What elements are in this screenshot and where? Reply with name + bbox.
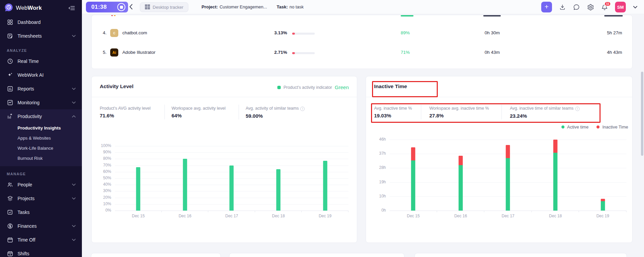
apps-websites-card: 4. c chatbot.com 3.13% 89% 0h 30m 5h 27m…	[91, 15, 633, 69]
back-chevron-icon[interactable]	[129, 4, 133, 11]
sidebar-item-time-off[interactable]: Time Off	[0, 233, 82, 247]
activity-level-chart: 0%10%20%30%40%50%60%70%80%90%100%Dec 15D…	[115, 146, 348, 211]
projects-icon	[7, 195, 13, 202]
info-icon[interactable]: i	[575, 107, 580, 111]
activity-indicator: Product's activity indicator Green	[277, 84, 349, 90]
stat-label: Workspace avg. activity level	[172, 106, 225, 111]
sidebar-item-timesheets[interactable]: Timesheets	[0, 29, 82, 43]
avatar[interactable]: SM	[615, 2, 626, 12]
sidebar-item-label: Finances	[18, 223, 37, 229]
stat-value: 64%	[172, 113, 225, 118]
vertical-scrollbar[interactable]	[641, 72, 643, 156]
indicator-value: Green	[335, 84, 349, 90]
chevron-down-icon	[72, 238, 76, 241]
chevron-down-icon[interactable]	[633, 6, 638, 9]
project-info[interactable]: Project:Customer Engagemen...	[202, 4, 267, 9]
sidebar-subitem-apps-websites[interactable]: Apps & Websites	[0, 133, 82, 143]
notification-badge: 11	[604, 1, 611, 6]
legend-active-time: Active time	[561, 124, 589, 130]
usage-progress-bar	[292, 52, 315, 54]
bell-icon[interactable]: 11	[601, 4, 608, 11]
stat-label: Workspace avg. inactive time %	[429, 106, 489, 111]
project-label: Project:	[202, 4, 218, 9]
sidebar-item-reports[interactable]: Reports	[0, 82, 82, 96]
sidebar-item-webwork-ai[interactable]: WebWork AI	[0, 68, 82, 82]
table-row[interactable]: 5. Ai Adobe Illustrator 2.71% 71% 0h 43m…	[92, 45, 632, 61]
sidebar-item-label: Projects	[18, 196, 35, 201]
task-label: Task:	[277, 4, 288, 9]
timesheets-icon	[7, 33, 13, 39]
sidebar-collapse-icon[interactable]	[68, 5, 75, 11]
total-time-value: 5h 27m	[582, 30, 622, 35]
divider	[239, 105, 239, 119]
sidebar-item-projects[interactable]: Projects	[0, 191, 82, 205]
card-stub	[229, 253, 404, 257]
green-dot-icon	[561, 125, 564, 128]
windows-icon	[145, 4, 150, 10]
add-button[interactable]: +	[541, 2, 552, 12]
sidebar-section-manage: MANAGE	[0, 166, 82, 178]
desktop-tracker-button[interactable]: Desktop tracker	[140, 2, 188, 12]
activity-level-card: Activity Level Product's activity indica…	[91, 76, 357, 243]
inactive-time-value: 0h 30m	[485, 30, 500, 35]
divider	[164, 105, 165, 119]
sidebar-item-shifts[interactable]: Shifts	[0, 247, 82, 257]
sidebar-item-monitoring[interactable]: Monitoring	[0, 96, 82, 109]
stat-value: 71.6%	[100, 113, 151, 118]
card-stub	[415, 253, 627, 257]
sidebar-item-label: Reports	[18, 86, 34, 91]
finances-icon	[7, 223, 13, 229]
usage-percent: 3.13%	[260, 30, 287, 35]
project-value: Customer Engagemen...	[219, 4, 267, 9]
sidebar-item-dashboard[interactable]: Dashboard	[0, 15, 82, 29]
sidebar-subitem-burnout-risk[interactable]: Burnout Risk	[0, 153, 82, 163]
inactive-time-chart: 0h10h19h28h37h46hDec 15Dec 16Dec 17Dec 1…	[390, 140, 626, 211]
productivity-icon	[7, 113, 13, 120]
sidebar-section-analyze: ANALYZE	[0, 43, 82, 54]
sidebar-item-productivity[interactable]: Productivity	[0, 109, 82, 123]
task-value: no task	[289, 4, 304, 9]
sidebar-item-label: Productivity	[18, 114, 42, 119]
webwork-logo[interactable]: WebWork	[4, 3, 42, 13]
sidebar: WebWork Dashboard Timesheets ANALYZE Rea…	[0, 0, 82, 257]
sidebar-subitem-productivity-insights[interactable]: Productivity Insights	[0, 123, 82, 133]
stat-label: Product's AVG activity level	[100, 106, 151, 111]
card-title: Activity Level	[100, 83, 133, 89]
sidebar-item-people[interactable]: People	[0, 178, 82, 191]
stat-label: Avg. inactive time of similar teamsi	[510, 106, 580, 111]
brand-name: WebWork	[16, 5, 42, 11]
stat-value: 27.8%	[429, 113, 489, 118]
sidebar-subitem-work-life-balance[interactable]: Work-Life Balance	[0, 143, 82, 153]
card-stub	[91, 253, 221, 257]
sidebar-group-productivity: Productivity Productivity Insights Apps …	[0, 109, 82, 166]
stat-label: Avg. inactive time %	[374, 106, 412, 111]
sidebar-item-label: Dashboard	[18, 20, 41, 25]
chat-icon[interactable]	[573, 4, 580, 11]
reports-icon	[7, 85, 13, 92]
legend-inactive-time: Inactive Time	[596, 124, 628, 130]
total-time-value: 4h 43m	[582, 50, 622, 55]
row-rank: 5.	[103, 50, 106, 55]
chevron-down-icon	[72, 197, 76, 200]
chevron-down-icon	[72, 101, 76, 104]
gear-icon[interactable]	[587, 4, 594, 11]
stop-timer-button[interactable]	[117, 3, 125, 11]
inactive-time-card: Inactive Time Avg. inactive time % 19.03…	[366, 76, 633, 243]
download-icon[interactable]	[559, 4, 566, 10]
stat-label: Avg. activity of similar teamsi	[246, 106, 305, 111]
chevron-down-icon	[72, 225, 76, 227]
sidebar-item-label: WebWork AI	[18, 72, 43, 78]
sidebar-item-label: Shifts	[18, 251, 29, 256]
sidebar-item-label: Monitoring	[18, 100, 39, 105]
sidebar-item-tasks[interactable]: Tasks	[0, 205, 82, 219]
sidebar-item-label: Real Time	[18, 59, 39, 64]
sidebar-item-label: Time Off	[18, 237, 35, 243]
activity-percent: 89%	[401, 30, 410, 35]
table-row[interactable]: 4. c chatbot.com 3.13% 89% 0h 30m 5h 27m	[92, 26, 632, 41]
timer-widget[interactable]: 01:38	[86, 2, 128, 12]
task-info[interactable]: Task:no task	[277, 4, 304, 9]
stat-similar-teams-inactive: Avg. inactive time of similar teamsi 23.…	[510, 106, 580, 119]
sidebar-item-finances[interactable]: Finances	[0, 219, 82, 233]
sidebar-item-real-time[interactable]: Real Time	[0, 54, 82, 68]
info-icon[interactable]: i	[300, 107, 305, 111]
